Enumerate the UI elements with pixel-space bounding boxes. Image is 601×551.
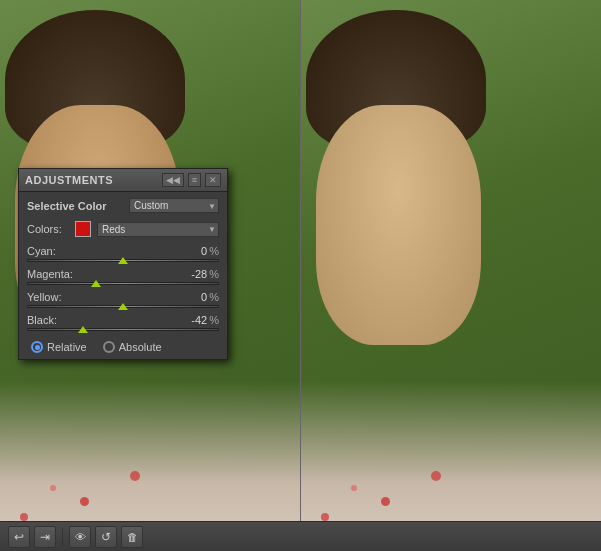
slider-label-yellow: Yellow:	[27, 291, 82, 303]
floral-dot-1	[20, 513, 28, 521]
slider-thumb-yellow[interactable]	[118, 303, 128, 310]
selective-color-label: Selective Color	[27, 200, 106, 212]
radio-absolute[interactable]: Absolute	[103, 341, 162, 353]
selective-color-row: Selective Color Custom	[27, 198, 219, 213]
slider-row-yellow: Yellow: %	[27, 291, 219, 308]
slider-header-magenta: Magenta: %	[27, 268, 219, 280]
color-dropdown-wrapper: Reds	[97, 222, 219, 237]
radio-circle-absolute	[103, 341, 115, 353]
panel-close-btn[interactable]: ✕	[205, 173, 221, 187]
radio-label-absolute: Absolute	[119, 341, 162, 353]
toolbar-btn-refresh[interactable]: ↺	[95, 526, 117, 548]
color-dropdown[interactable]: Reds	[97, 222, 219, 237]
toolbar-btn-eye[interactable]: 👁	[69, 526, 91, 548]
bottom-toolbar: ↩ ⇥ 👁 ↺ 🗑	[0, 521, 601, 551]
panel-menu-btn[interactable]: ≡	[188, 173, 201, 187]
slider-track-black[interactable]	[27, 328, 219, 331]
forward-icon: ⇥	[40, 530, 50, 544]
slider-input-cyan[interactable]	[179, 245, 207, 257]
floral-dot-r2	[351, 485, 357, 491]
slider-thumb-black[interactable]	[78, 326, 88, 333]
slider-pct-black: %	[209, 314, 219, 326]
slider-input-black[interactable]	[179, 314, 207, 326]
colors-row: Colors: Reds	[27, 221, 219, 237]
slider-value-area-yellow: %	[179, 291, 219, 303]
slider-track-magenta[interactable]	[27, 282, 219, 285]
radio-relative[interactable]: Relative	[31, 341, 87, 353]
floral-dot-3	[80, 497, 89, 506]
slider-value-area-magenta: %	[179, 268, 219, 280]
preset-dropdown-wrapper: Custom	[129, 198, 219, 213]
panel-controls: ◀◀ ≡ ✕	[162, 173, 221, 187]
refresh-icon: ↺	[101, 530, 111, 544]
panel-collapse-btn[interactable]: ◀◀	[162, 173, 184, 187]
slider-label-cyan: Cyan:	[27, 245, 82, 257]
radio-circle-relative	[31, 341, 43, 353]
floral-dot-5	[130, 471, 140, 481]
radio-row: Relative Absolute	[27, 341, 219, 353]
color-swatch	[75, 221, 91, 237]
slider-pct-yellow: %	[209, 291, 219, 303]
floral-dot-r3	[381, 497, 390, 506]
panel-header: ADJUSTMENTS ◀◀ ≡ ✕	[19, 169, 227, 192]
slider-pct-magenta: %	[209, 268, 219, 280]
floral-dot-r1	[321, 513, 329, 521]
delete-icon: 🗑	[127, 531, 138, 543]
slider-row-cyan: Cyan: %	[27, 245, 219, 262]
slider-pct-cyan: %	[209, 245, 219, 257]
eye-icon: 👁	[75, 531, 86, 543]
slider-row-magenta: Magenta: %	[27, 268, 219, 285]
photo-right	[300, 0, 601, 551]
slider-header-cyan: Cyan: %	[27, 245, 219, 257]
slider-input-magenta[interactable]	[179, 268, 207, 280]
slider-track-yellow[interactable]	[27, 305, 219, 308]
slider-thumb-magenta[interactable]	[91, 280, 101, 287]
radio-label-relative: Relative	[47, 341, 87, 353]
panel-content: Selective Color Custom Colors: Reds Cyan…	[19, 192, 227, 359]
slider-header-black: Black: %	[27, 314, 219, 326]
floral-dot-r5	[431, 471, 441, 481]
toolbar-btn-forward[interactable]: ⇥	[34, 526, 56, 548]
slider-header-yellow: Yellow: %	[27, 291, 219, 303]
toolbar-separator-1	[62, 528, 63, 546]
slider-value-area-black: %	[179, 314, 219, 326]
slider-row-black: Black: %	[27, 314, 219, 331]
slider-label-magenta: Magenta:	[27, 268, 82, 280]
toolbar-btn-back[interactable]: ↩	[8, 526, 30, 548]
slider-value-area-cyan: %	[179, 245, 219, 257]
floral-dot-2	[50, 485, 56, 491]
slider-track-cyan[interactable]	[27, 259, 219, 262]
colors-label: Colors:	[27, 223, 69, 235]
slider-label-black: Black:	[27, 314, 82, 326]
face-right	[316, 105, 481, 345]
preset-dropdown[interactable]: Custom	[129, 198, 219, 213]
slider-input-yellow[interactable]	[179, 291, 207, 303]
toolbar-btn-delete[interactable]: 🗑	[121, 526, 143, 548]
adjustments-panel: ADJUSTMENTS ◀◀ ≡ ✕ Selective Color Custo…	[18, 168, 228, 360]
slider-thumb-cyan[interactable]	[118, 257, 128, 264]
back-icon: ↩	[14, 530, 24, 544]
panel-title: ADJUSTMENTS	[25, 174, 113, 186]
